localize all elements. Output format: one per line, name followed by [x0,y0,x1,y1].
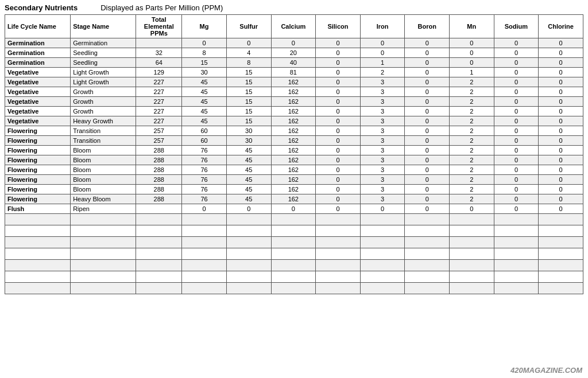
cell-sodium: 0 [494,116,539,126]
cell-calcium: 162 [271,126,316,136]
cell-mg: 60 [182,126,227,136]
cell-mn: 2 [450,126,494,136]
cell-calcium: 162 [271,116,316,126]
table-row: VegetativeHeavy Growth2274515162030200 [5,116,583,126]
cell-iron: 0 [360,38,405,48]
cell-mg: 76 [182,146,227,155]
cell-total: 227 [136,107,182,116]
cell-lifecycle: Germination [5,58,71,68]
cell-lifecycle: Vegetative [5,68,71,77]
col-header-mn: Mn [450,15,494,38]
cell-total [136,38,182,48]
col-header-silicon: Silicon [316,15,361,38]
cell-mn: 2 [450,107,494,116]
cell-lifecycle: Vegetative [5,107,71,116]
header-subtitle: Displayed as Parts Per Million (PPM) [100,3,223,12]
cell-chlorine: 0 [539,165,583,175]
cell-sulfur: 15 [226,77,271,87]
cell-chlorine: 0 [539,126,583,136]
nutrients-table: Life Cycle Name Stage Name TotalElementa… [5,14,583,294]
table-row: FloweringBloom2887645162030200 [5,155,583,165]
cell-boron: 0 [405,107,450,116]
cell-iron: 3 [360,97,405,107]
cell-total: 257 [136,136,182,146]
cell-mg: 45 [182,107,227,116]
cell-iron: 3 [360,175,405,185]
cell-lifecycle: Flowering [5,165,71,175]
cell-boron: 0 [405,194,450,204]
cell-lifecycle: Flowering [5,126,71,136]
cell-lifecycle: Germination [5,38,71,48]
cell-sulfur: 4 [226,48,271,58]
cell-stage: Heavy Bloom [71,194,136,204]
cell-calcium: 162 [271,155,316,165]
cell-silicon: 0 [316,97,361,107]
cell-boron: 0 [405,77,450,87]
cell-sulfur: 45 [226,194,271,204]
cell-chlorine: 0 [539,194,583,204]
table-row: FlushRipen000000000 [5,204,583,214]
cell-mn: 2 [450,146,494,155]
cell-lifecycle: Flowering [5,146,71,155]
cell-boron: 0 [405,97,450,107]
cell-silicon: 0 [316,68,361,77]
cell-mn: 2 [450,136,494,146]
cell-total [136,204,182,214]
cell-sulfur: 0 [226,38,271,48]
cell-boron: 0 [405,68,450,77]
cell-calcium: 162 [271,136,316,146]
cell-boron: 0 [405,116,450,126]
table-row: FloweringBloom2887645162030200 [5,185,583,194]
col-header-stage: Stage Name [71,15,136,38]
cell-mn: 2 [450,194,494,204]
empty-row [5,283,583,294]
cell-sodium: 0 [494,107,539,116]
cell-total: 288 [136,175,182,185]
cell-sodium: 0 [494,204,539,214]
cell-total: 288 [136,146,182,155]
cell-stage: Germination [71,38,136,48]
cell-iron: 3 [360,146,405,155]
cell-chlorine: 0 [539,107,583,116]
cell-iron: 3 [360,126,405,136]
cell-chlorine: 0 [539,175,583,185]
col-header-lifecycle: Life Cycle Name [5,15,71,38]
table-row: FloweringTransition2576030162030200 [5,136,583,146]
cell-mn: 0 [450,38,494,48]
cell-sodium: 0 [494,194,539,204]
cell-sodium: 0 [494,77,539,87]
cell-calcium: 162 [271,77,316,87]
cell-chlorine: 0 [539,58,583,68]
cell-calcium: 81 [271,68,316,77]
cell-sodium: 0 [494,185,539,194]
cell-mn: 2 [450,87,494,97]
cell-sulfur: 15 [226,116,271,126]
cell-mn: 0 [450,204,494,214]
cell-lifecycle: Flowering [5,194,71,204]
cell-mn: 2 [450,185,494,194]
cell-sodium: 0 [494,175,539,185]
cell-stage: Bloom [71,185,136,194]
cell-stage: Light Growth [71,77,136,87]
cell-stage: Growth [71,107,136,116]
cell-mn: 2 [450,175,494,185]
col-header-sodium: Sodium [494,15,539,38]
cell-mg: 60 [182,136,227,146]
cell-lifecycle: Flowering [5,136,71,146]
cell-stage: Heavy Growth [71,116,136,126]
cell-sodium: 0 [494,87,539,97]
cell-stage: Bloom [71,175,136,185]
cell-boron: 0 [405,175,450,185]
cell-boron: 0 [405,87,450,97]
cell-calcium: 162 [271,87,316,97]
cell-sodium: 0 [494,146,539,155]
cell-sulfur: 15 [226,87,271,97]
cell-chlorine: 0 [539,185,583,194]
cell-sodium: 0 [494,155,539,165]
cell-boron: 0 [405,38,450,48]
table-row: FloweringTransition2576030162030200 [5,126,583,136]
empty-row [5,225,583,237]
table-row: FloweringBloom2887645162030200 [5,165,583,175]
cell-boron: 0 [405,58,450,68]
cell-boron: 0 [405,204,450,214]
